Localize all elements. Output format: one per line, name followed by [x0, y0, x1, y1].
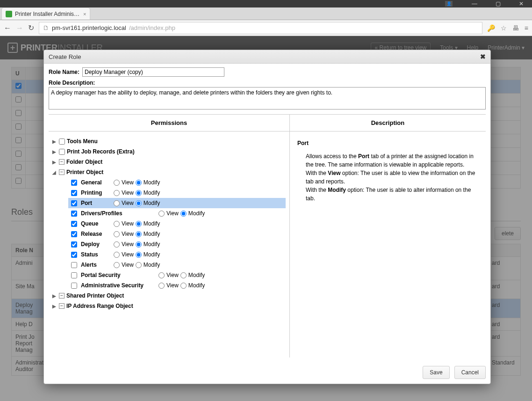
- url-host: pm-svr161.printerlogic.local: [52, 24, 126, 31]
- view-radio[interactable]: [114, 262, 120, 268]
- node-check[interactable]: [59, 149, 65, 155]
- perm-checkbox[interactable]: [71, 272, 77, 278]
- perm-label: Status: [81, 251, 111, 258]
- caret-icon: ▶: [52, 160, 57, 165]
- reload-button[interactable]: ↻: [28, 23, 34, 32]
- node-print-job-records[interactable]: ▶ Print Job Records (Extra): [52, 146, 286, 157]
- view-label: View: [122, 220, 134, 227]
- perm-row-queue[interactable]: QueueView Modify: [68, 219, 286, 229]
- perm-row-admin_security[interactable]: Administrative SecurityView Modify: [68, 280, 286, 291]
- view-label: View: [122, 190, 134, 196]
- printer-icon[interactable]: 🖶: [512, 24, 519, 32]
- modify-radio[interactable]: [136, 252, 142, 258]
- desc-title: Port: [297, 139, 478, 147]
- perm-row-deploy[interactable]: DeployView Modify: [68, 239, 286, 249]
- save-button[interactable]: Save: [423, 366, 449, 379]
- node-printer-object[interactable]: ◢ − Printer Object: [52, 167, 286, 177]
- perm-checkbox[interactable]: [71, 262, 77, 268]
- create-role-dialog: Create Role ✖ Role Name: Role Descriptio…: [43, 50, 491, 384]
- view-label: View: [122, 179, 134, 186]
- perm-checkbox[interactable]: [71, 200, 77, 206]
- site-icon: 🗋: [43, 24, 49, 31]
- role-name-input[interactable]: [82, 67, 224, 77]
- modify-radio[interactable]: [136, 200, 142, 206]
- window-minimize[interactable]: —: [467, 0, 482, 7]
- description-header: Description: [290, 115, 486, 131]
- perm-row-portal_security[interactable]: Portal SecurityView Modify: [68, 270, 286, 280]
- node-label: Folder Object: [66, 159, 102, 165]
- node-tools-menu[interactable]: ▶ Tools Menu: [52, 136, 286, 146]
- bookmark-icon[interactable]: ☆: [501, 24, 507, 32]
- view-radio[interactable]: [114, 180, 120, 186]
- modify-radio[interactable]: [180, 283, 187, 289]
- perm-label: Administrative Security: [81, 282, 156, 289]
- modify-radio[interactable]: [136, 221, 142, 227]
- modify-radio[interactable]: [136, 180, 142, 186]
- perm-row-status[interactable]: StatusView Modify: [68, 249, 286, 260]
- perm-checkbox[interactable]: [71, 211, 77, 217]
- browser-tab[interactable]: Printer Installer Administra ×: [2, 8, 90, 20]
- view-radio[interactable]: [114, 241, 120, 248]
- node-shared-printer-object[interactable]: ▶ − Shared Printer Object: [52, 291, 286, 301]
- view-radio[interactable]: [158, 211, 165, 217]
- view-radio[interactable]: [114, 190, 120, 196]
- key-icon[interactable]: 🔑: [487, 24, 495, 32]
- forward-button[interactable]: →: [16, 24, 23, 32]
- collapse-icon[interactable]: −: [59, 159, 65, 165]
- view-label: View: [122, 231, 134, 237]
- modify-label: Modify: [144, 262, 160, 268]
- modify-label: Modify: [188, 282, 205, 289]
- modify-radio[interactable]: [180, 211, 187, 217]
- tab-close[interactable]: ×: [83, 11, 86, 17]
- back-button[interactable]: ←: [4, 24, 11, 32]
- view-radio[interactable]: [114, 252, 120, 258]
- modify-radio[interactable]: [136, 241, 142, 248]
- view-radio[interactable]: [158, 272, 165, 278]
- perm-row-drivers[interactable]: Drivers/ProfilesView Modify: [68, 208, 286, 219]
- window-close[interactable]: ✕: [514, 0, 528, 7]
- perm-row-port[interactable]: PortView Modify: [68, 198, 286, 208]
- url-path: /admin/index.php: [129, 24, 175, 31]
- caret-icon: ▶: [52, 293, 57, 299]
- node-check[interactable]: [59, 139, 65, 145]
- modify-radio[interactable]: [136, 262, 142, 268]
- modify-radio[interactable]: [180, 272, 187, 278]
- description-panel: Port Allows access to the Port tab of a …: [290, 131, 486, 210]
- perm-row-general[interactable]: GeneralView Modify: [68, 177, 286, 188]
- perm-label: Portal Security: [81, 272, 156, 278]
- role-description-input[interactable]: [49, 87, 486, 109]
- browser-tabstrip: Printer Installer Administra ×: [0, 7, 532, 20]
- modify-label: Modify: [144, 190, 160, 196]
- collapse-icon[interactable]: −: [59, 169, 65, 175]
- perm-row-alerts[interactable]: AlertsView Modify: [68, 260, 286, 270]
- view-label: View: [166, 210, 179, 217]
- perm-row-printing[interactable]: PrintingView Modify: [68, 188, 286, 198]
- cancel-button[interactable]: Cancel: [454, 366, 486, 379]
- view-radio[interactable]: [114, 221, 120, 227]
- perm-label: Printing: [81, 190, 111, 196]
- perm-checkbox[interactable]: [71, 231, 77, 237]
- view-radio[interactable]: [158, 283, 165, 289]
- perm-checkbox[interactable]: [71, 190, 77, 196]
- dialog-close-icon[interactable]: ✖: [480, 53, 486, 60]
- address-bar[interactable]: 🗋 pm-svr161.printerlogic.local/admin/ind…: [39, 22, 482, 34]
- perm-checkbox[interactable]: [71, 241, 77, 248]
- modify-radio[interactable]: [136, 231, 142, 237]
- perm-checkbox[interactable]: [71, 180, 77, 186]
- collapse-icon[interactable]: −: [59, 293, 65, 299]
- node-ip-address-range[interactable]: ▶ − IP Address Range Object: [52, 301, 286, 311]
- perm-label: Alerts: [81, 262, 111, 268]
- perm-label: Port: [81, 200, 111, 206]
- view-radio[interactable]: [114, 231, 120, 237]
- node-folder-object[interactable]: ▶ − Folder Object: [52, 157, 286, 167]
- perm-checkbox[interactable]: [71, 221, 77, 227]
- perm-label: General: [81, 179, 111, 186]
- collapse-icon[interactable]: −: [59, 303, 65, 309]
- perm-checkbox[interactable]: [71, 252, 77, 258]
- modify-radio[interactable]: [136, 190, 142, 196]
- menu-icon[interactable]: ≡: [525, 24, 528, 32]
- perm-row-release[interactable]: ReleaseView Modify: [68, 229, 286, 239]
- view-radio[interactable]: [114, 200, 120, 206]
- perm-checkbox[interactable]: [71, 283, 77, 289]
- window-maximize[interactable]: ▢: [491, 0, 505, 7]
